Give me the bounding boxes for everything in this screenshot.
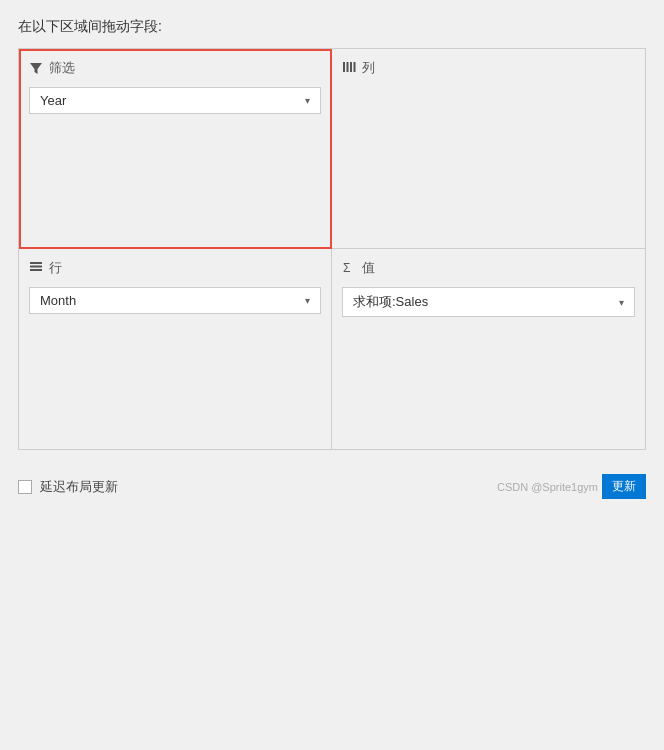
filter-header: 筛选	[29, 59, 321, 77]
filter-field-value: Year	[40, 93, 66, 108]
filter-quadrant: 筛选 Year ▾	[19, 49, 332, 249]
pivot-area-grid: 筛选 Year ▾ 列	[18, 48, 646, 450]
values-field-value: 求和项:Sales	[353, 293, 428, 311]
footer-bar: 延迟布局更新 CSDN @Sprite1gym 更新	[0, 464, 664, 509]
columns-label: 列	[362, 59, 375, 77]
rows-quadrant: 行 Month ▾	[19, 249, 332, 449]
delay-layout-label: 延迟布局更新	[40, 478, 118, 496]
rows-label: 行	[49, 259, 62, 277]
values-quadrant: Σ 值 求和项:Sales ▾	[332, 249, 645, 449]
rows-header: 行	[29, 259, 321, 277]
refresh-button[interactable]: 更新	[602, 474, 646, 499]
watermark-label: CSDN @Sprite1gym	[497, 481, 598, 493]
svg-rect-6	[30, 265, 42, 267]
instruction-label: 在以下区域间拖动字段:	[18, 18, 646, 36]
svg-rect-7	[30, 269, 42, 271]
values-dropdown-arrow: ▾	[619, 297, 624, 308]
svg-rect-4	[354, 62, 356, 72]
columns-icon	[342, 60, 356, 77]
svg-rect-1	[343, 62, 345, 72]
rows-field-value: Month	[40, 293, 76, 308]
delay-layout-checkbox[interactable]	[18, 480, 32, 494]
main-container: 在以下区域间拖动字段: 筛选 Year ▾	[0, 0, 664, 464]
columns-quadrant: 列	[332, 49, 645, 249]
footer-left: 延迟布局更新	[18, 478, 118, 496]
filter-icon	[29, 61, 43, 75]
rows-dropdown[interactable]: Month ▾	[29, 287, 321, 314]
filter-label: 筛选	[49, 59, 75, 77]
svg-rect-5	[30, 262, 42, 264]
filter-dropdown-arrow: ▾	[305, 95, 310, 106]
sigma-icon: Σ	[342, 260, 356, 277]
svg-text:Σ: Σ	[343, 261, 350, 274]
values-label: 值	[362, 259, 375, 277]
columns-header: 列	[342, 59, 635, 77]
values-dropdown[interactable]: 求和项:Sales ▾	[342, 287, 635, 317]
values-header: Σ 值	[342, 259, 635, 277]
svg-rect-3	[350, 62, 352, 72]
filter-dropdown[interactable]: Year ▾	[29, 87, 321, 114]
svg-marker-0	[30, 63, 42, 74]
rows-dropdown-arrow: ▾	[305, 295, 310, 306]
rows-icon	[29, 260, 43, 277]
footer-right: CSDN @Sprite1gym 更新	[497, 474, 646, 499]
svg-rect-2	[347, 62, 349, 72]
